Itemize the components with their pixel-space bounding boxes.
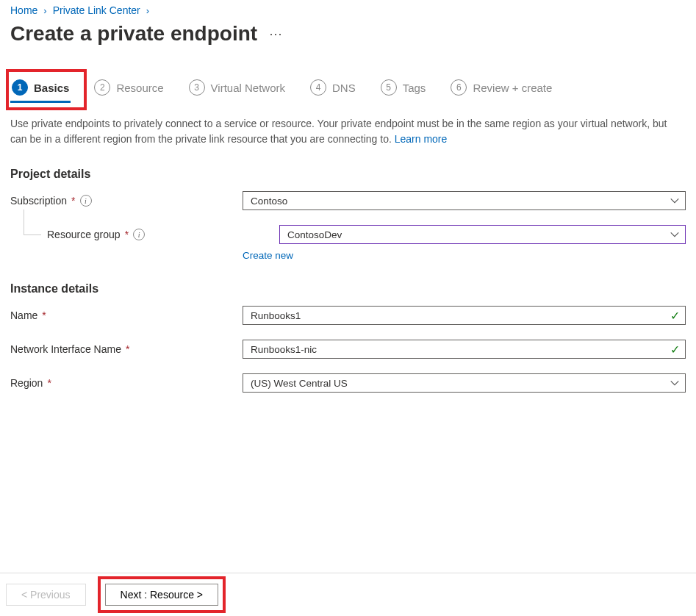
- label-text: Resource group: [47, 229, 121, 240]
- label-text: Region: [10, 377, 43, 389]
- tab-tags[interactable]: 5 Tags: [379, 75, 428, 103]
- region-select[interactable]: [243, 373, 686, 393]
- tab-dns[interactable]: 4 DNS: [309, 75, 357, 103]
- name-input[interactable]: [243, 306, 686, 325]
- step-number-icon: 5: [381, 79, 397, 96]
- tab-label: Virtual Network: [211, 82, 285, 94]
- tab-description: Use private endpoints to privately conne…: [10, 116, 686, 147]
- create-new-resource-group-link[interactable]: Create new: [243, 250, 293, 261]
- section-instance-details: Instance details: [10, 282, 686, 296]
- breadcrumb-home[interactable]: Home: [10, 4, 37, 16]
- label-text: Name: [10, 309, 37, 321]
- tab-label: Review + create: [473, 82, 552, 94]
- checkmark-icon: ✓: [670, 309, 680, 323]
- label-name: Name *: [10, 309, 243, 321]
- chevron-right-icon: ›: [146, 5, 149, 16]
- breadcrumb: Home › Private Link Center ›: [10, 4, 686, 16]
- step-number-icon: 6: [451, 79, 467, 96]
- checkmark-icon: ✓: [670, 343, 680, 357]
- resource-group-select[interactable]: [279, 225, 686, 244]
- step-number-icon: 3: [189, 79, 205, 96]
- tab-label: Resource: [116, 82, 163, 94]
- tab-label: DNS: [332, 82, 356, 94]
- chevron-right-icon: ›: [43, 5, 46, 16]
- next-button[interactable]: Next : Resource >: [105, 584, 218, 606]
- info-icon[interactable]: i: [80, 195, 92, 207]
- label-region: Region *: [10, 377, 243, 389]
- description-text: Use private endpoints to privately conne…: [10, 118, 667, 145]
- network-interface-name-input[interactable]: [243, 340, 686, 359]
- required-asterisk-icon: *: [71, 195, 75, 207]
- subscription-select[interactable]: [243, 191, 686, 210]
- required-asterisk-icon: *: [126, 343, 129, 355]
- wizard-footer: < Previous Next : Resource >: [0, 573, 696, 616]
- step-number-icon: 4: [310, 79, 326, 96]
- step-number-icon: 2: [94, 79, 110, 96]
- label-resource-group: Resource group * i: [10, 229, 279, 240]
- tab-resource[interactable]: 2 Resource: [93, 75, 165, 103]
- label-subscription: Subscription * i: [10, 195, 243, 207]
- learn-more-link[interactable]: Learn more: [395, 133, 448, 145]
- tab-label: Basics: [34, 82, 69, 94]
- step-number-icon: 1: [12, 79, 28, 96]
- required-asterisk-icon: *: [42, 309, 46, 321]
- breadcrumb-private-link-center[interactable]: Private Link Center: [53, 4, 140, 16]
- label-text: Network Interface Name: [10, 343, 121, 355]
- label-text: Subscription: [10, 195, 67, 207]
- tab-review-create[interactable]: 6 Review + create: [449, 75, 553, 103]
- section-project-details: Project details: [10, 168, 686, 181]
- tab-basics[interactable]: 1 Basics: [10, 75, 71, 103]
- tab-label: Tags: [403, 82, 426, 94]
- label-network-interface-name: Network Interface Name *: [10, 343, 243, 355]
- required-asterisk-icon: *: [47, 377, 51, 389]
- previous-button: < Previous: [6, 584, 86, 606]
- more-actions-icon[interactable]: ⋯: [269, 26, 284, 42]
- wizard-tabs: 1 Basics 2 Resource 3 Virtual Network 4 …: [10, 75, 686, 103]
- tab-virtual-network[interactable]: 3 Virtual Network: [187, 75, 287, 103]
- info-icon[interactable]: i: [133, 229, 145, 240]
- required-asterisk-icon: *: [125, 229, 129, 240]
- page-title: Create a private endpoint: [10, 22, 257, 46]
